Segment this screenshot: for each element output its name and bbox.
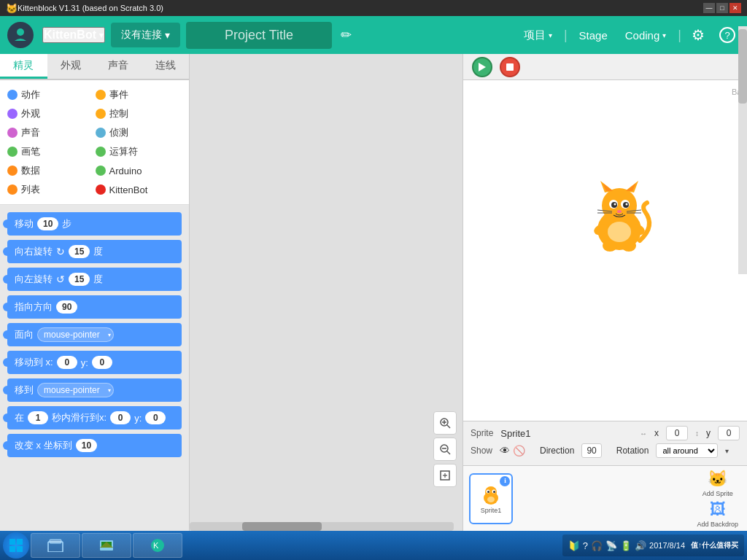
coding-menu-button[interactable]: Coding ▾ <box>619 25 673 46</box>
taskbar-btn-kittenbot[interactable]: K <box>133 533 182 558</box>
scratch-cat <box>576 175 663 258</box>
tab-costumes[interactable]: 外观 <box>47 54 95 79</box>
cat-looks[interactable]: 外观 <box>4 105 91 122</box>
title-bar-controls: — □ ✕ <box>703 3 741 13</box>
block-change-x[interactable]: 改变 x 坐标到 10 <box>7 434 182 457</box>
menu-divider-1: | <box>564 28 568 43</box>
cat-sound[interactable]: 声音 <box>4 124 91 141</box>
zoom-in-button[interactable] <box>433 411 457 435</box>
app-logo <box>7 22 34 48</box>
categories: 动作 事件 外观 控制 声音 侦测 <box>0 80 189 205</box>
direction-value: 90 <box>581 443 601 458</box>
stage-toolbar <box>463 54 747 80</box>
taskbar-btn-2[interactable] <box>82 533 131 558</box>
block-face[interactable]: 面向 mouse-pointer ▾ <box>7 323 182 346</box>
svg-point-40 <box>493 491 495 493</box>
tray-icon-3: 🎧 <box>591 540 603 551</box>
svg-point-14 <box>602 188 637 223</box>
x-value: 0 <box>666 426 688 440</box>
block-goto-xy[interactable]: 移动到 x: 0 y: 0 <box>7 351 182 374</box>
cat-arduino-dot <box>96 166 106 176</box>
add-sprite-button[interactable]: 🐱 Add Sprite <box>697 470 738 497</box>
gear-button[interactable]: ⚙ <box>687 22 709 48</box>
zoom-fit-button[interactable] <box>433 464 457 487</box>
cat-operators[interactable]: 运算符 <box>93 143 179 160</box>
svg-point-41 <box>487 497 495 502</box>
taskbar: K 🔰 ? 🎧 📡 🔋 🔊 2017/8/14 值↑什么值得买 <box>0 531 747 560</box>
pencil-icon[interactable]: ✏ <box>341 27 352 43</box>
cat-kittenbot[interactable]: KittenBot <box>93 181 179 198</box>
cat-data[interactable]: 数据 <box>4 162 91 179</box>
show-eye-closed-icon[interactable]: 🚫 <box>513 445 525 456</box>
brand-button[interactable]: KittenBot ▾ <box>42 27 105 43</box>
rotation-select[interactable]: all around left-right don't rotate <box>656 443 718 458</box>
block-point-direction[interactable]: 指向方向 90 <box>7 295 182 319</box>
cat-control[interactable]: 控制 <box>93 105 179 122</box>
close-button[interactable]: ✕ <box>729 3 741 13</box>
maximize-button[interactable]: □ <box>716 3 728 13</box>
sprite-info-row-1: Sprite Sprite1 ↔ x 0 ↕ y 0 <box>471 426 740 440</box>
sprite-name-value: Sprite1 <box>500 428 544 439</box>
sprite-thumbnail-sprite1[interactable]: ℹ Sprite1 <box>469 473 513 524</box>
block-turn-left[interactable]: 向左旋转 ↺ 15 度 <box>7 268 182 291</box>
cat-arduino[interactable]: Arduino <box>93 162 179 179</box>
tray-icon-5: 🔋 <box>620 540 632 551</box>
show-eye-open-icon[interactable]: 👁 <box>500 445 510 456</box>
x-arrow: ↔ <box>640 429 647 438</box>
cat-motion[interactable]: 动作 <box>4 86 91 104</box>
cat-pen[interactable]: 画笔 <box>4 143 91 160</box>
x-label: x <box>654 428 659 438</box>
zoom-controls <box>433 411 457 487</box>
svg-rect-43 <box>17 539 23 545</box>
stage-button[interactable]: Stage <box>573 25 614 46</box>
svg-point-25 <box>617 210 622 213</box>
zoom-out-button[interactable] <box>433 438 457 461</box>
minimize-button[interactable]: — <box>703 3 715 13</box>
stop-button[interactable] <box>500 57 520 77</box>
stage-scrollbar[interactable] <box>738 26 747 274</box>
cat-kittenbot-dot <box>96 184 106 195</box>
left-panel: 精灵 外观 声音 连线 动作 事件 外观 控制 <box>0 54 190 531</box>
help-button[interactable]: ? <box>715 23 740 47</box>
add-backdrop-label: Add Backdrop <box>697 521 738 528</box>
cat-looks-dot <box>7 109 18 119</box>
tray-time: 2017/8/14 <box>649 541 685 550</box>
project-menu-button[interactable]: 项目 ▾ <box>518 24 558 47</box>
tab-sprites[interactable]: 精灵 <box>0 54 47 79</box>
tray-icon-4: 📡 <box>605 540 617 551</box>
green-flag-button[interactable] <box>472 57 492 77</box>
project-title-input[interactable] <box>186 22 332 49</box>
y-arrow: ↕ <box>695 429 699 438</box>
sprite-label: Sprite <box>471 428 493 438</box>
show-label: Show <box>471 446 492 456</box>
svg-point-34 <box>608 222 631 242</box>
block-slide[interactable]: 在 1 秒内滑行到x: 0 y: 0 <box>7 406 182 429</box>
tab-connect[interactable]: 连线 <box>142 54 189 79</box>
direction-label: Direction <box>540 446 574 456</box>
cat-sensing[interactable]: 侦测 <box>93 124 179 141</box>
main-area: 精灵 外观 声音 连线 动作 事件 外观 控制 <box>0 54 747 531</box>
blocks-area: 移动 10 步 向右旋转 ↻ 15 度 向左旋转 ↺ 15 度 指向方向 90 <box>0 205 189 531</box>
script-area[interactable] <box>190 54 462 531</box>
tray-icon-1: 🔰 <box>568 540 580 551</box>
cat-events-dot <box>96 90 106 100</box>
script-canvas <box>190 54 462 531</box>
horizontal-scrollbar[interactable] <box>190 522 454 531</box>
title-bar-icon: 🐱 <box>6 3 18 14</box>
block-move[interactable]: 移动 10 步 <box>7 212 182 236</box>
cat-list-dot <box>7 184 18 195</box>
cat-events[interactable]: 事件 <box>93 86 179 104</box>
tabs-row: 精灵 外观 声音 连线 <box>0 54 189 80</box>
stage-area: Bac Sprite Sprite1 ↔ x 0 ↕ y 0 Show <box>462 54 747 531</box>
svg-point-24 <box>625 203 627 205</box>
stage-canvas: Bac <box>463 80 747 421</box>
start-button[interactable] <box>3 532 29 559</box>
add-backdrop-button[interactable]: 🖼 Add Backdrop <box>697 500 738 528</box>
rotation-dropdown-arrow: ▾ <box>725 447 729 455</box>
block-turn-right[interactable]: 向右旋转 ↻ 15 度 <box>7 240 182 263</box>
block-glide[interactable]: 移到 mouse-pointer ▾ <box>7 378 182 402</box>
tab-sounds[interactable]: 声音 <box>95 54 142 79</box>
cat-list[interactable]: 列表 <box>4 181 91 198</box>
taskbar-btn-1[interactable] <box>31 533 80 558</box>
connection-button[interactable]: 没有连接 ▾ <box>111 23 180 47</box>
